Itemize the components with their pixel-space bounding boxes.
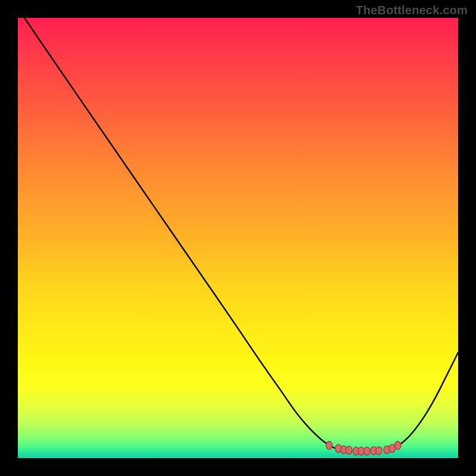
marker-dot <box>346 446 352 455</box>
watermark-text: TheBottleneck.com <box>356 4 468 17</box>
marker-dot <box>376 447 382 455</box>
chart-svg <box>18 18 458 458</box>
marker-dot <box>394 441 400 450</box>
chart-frame: TheBottleneck.com <box>0 0 476 476</box>
marker-dot <box>364 447 370 455</box>
marker-dot <box>389 444 395 453</box>
plot-area <box>18 18 458 458</box>
marker-dot <box>326 441 332 450</box>
marker-dot <box>358 447 364 455</box>
curve-bottleneck-right <box>388 352 458 450</box>
curve-bottleneck-left <box>24 18 346 451</box>
